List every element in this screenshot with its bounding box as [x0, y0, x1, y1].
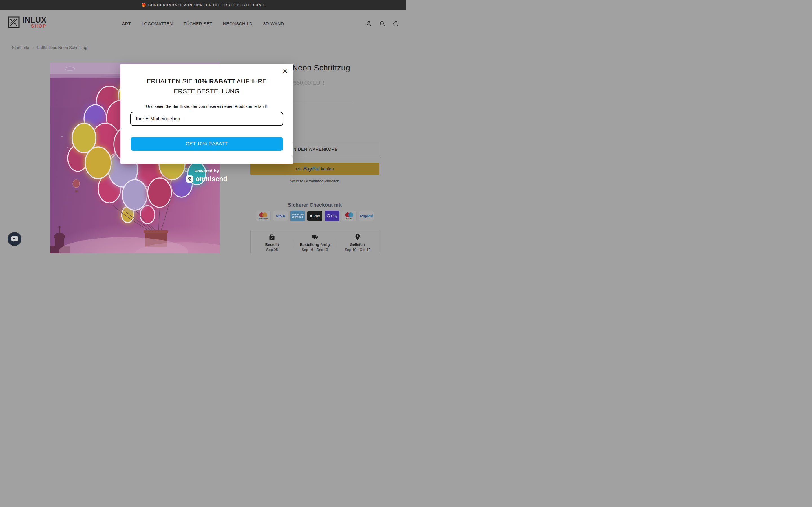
close-icon[interactable]: ✕: [282, 68, 289, 75]
omnisend-logo-icon: [186, 175, 193, 182]
get-discount-button[interactable]: GET 10% RABATT: [131, 137, 283, 151]
product-page: 🎁 SONDERRABATT VON 10% FÜR DIE ERSTE BES…: [0, 0, 406, 253]
modal-heading: ERHALTEN SIE 10% RABATT AUF IHREERSTE BE…: [133, 76, 280, 96]
newsletter-modal: ✕ ERHALTEN SIE 10% RABATT AUF IHREERSTE …: [120, 64, 293, 164]
modal-subtext: Und seien Sie der Erste, der von unseren…: [132, 104, 282, 109]
powered-by-label: Powered by: [120, 168, 293, 173]
email-input[interactable]: [130, 112, 283, 126]
omnisend-name: omnisend: [196, 175, 227, 183]
omnisend-branding: Powered by omnisend: [120, 168, 293, 183]
